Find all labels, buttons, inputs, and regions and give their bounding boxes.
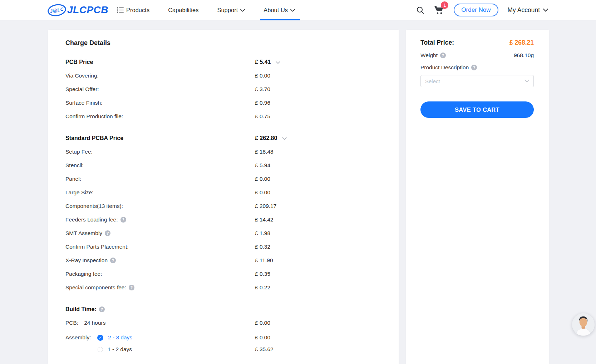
charge-row-label: Components(13 items): [65, 203, 123, 209]
nav-item-label: Products [126, 7, 149, 14]
chevron-down-icon [290, 9, 295, 12]
charge-row-special-offer: Special Offer:£ 3.70 [65, 83, 381, 96]
nav-item-products[interactable]: Products [117, 0, 149, 20]
charge-row-value: £ 0.00 [255, 176, 270, 182]
nav-item-label: Capabilities [168, 7, 198, 14]
radio-selected-icon[interactable]: ✓ [97, 335, 103, 341]
assembly-option-price: £ 0.00 [255, 334, 270, 341]
charge-row-feeders-loading-fee: Feeders Loading fee:?£ 14.42 [65, 213, 381, 226]
nav-item-support[interactable]: Support [217, 0, 245, 20]
charge-row-label: SMT Assembly [65, 230, 102, 236]
charge-details-title: Charge Details [65, 39, 381, 47]
jlc-logo-mark-icon: J@LC [47, 3, 67, 18]
assembly-option-row: Assembly:✓2 - 3 days£ 0.00 [65, 331, 381, 344]
order-summary-panel: Total Price: £ 268.21 Weight ? 968.10g P… [406, 30, 549, 364]
charge-row-large-size: Large Size:£ 0.00 [65, 186, 381, 199]
nav-item-label: About Us [263, 7, 288, 14]
chevron-down-icon [543, 9, 548, 12]
help-icon[interactable]: ? [120, 217, 126, 223]
list-icon [117, 7, 124, 13]
charge-row-setup-fee: Setup Fee:£ 18.48 [65, 145, 381, 159]
charge-row-panel: Panel:£ 0.00 [65, 172, 381, 186]
charge-row-confirm-parts-placement: Confirm Parts Placement:£ 0.32 [65, 240, 381, 254]
help-icon[interactable]: ? [440, 53, 446, 58]
my-account-label: My Account [508, 6, 540, 14]
pcb-build-time-price: £ 0.00 [255, 320, 270, 326]
charge-row-components-13-items: Components(13 items):£ 209.17 [65, 199, 381, 213]
save-to-cart-button[interactable]: SAVE TO CART [420, 101, 534, 118]
chevron-down-icon[interactable] [282, 137, 287, 140]
product-description-select[interactable]: Select [420, 75, 534, 87]
my-account-menu[interactable]: My Account [508, 6, 548, 14]
pcb-build-time-row: PCB: 24 hours £ 0.00 [65, 316, 381, 330]
weight-value: 968.10g [514, 52, 534, 59]
charge-row-value: £ 0.00 [255, 189, 270, 196]
assembly-option-label[interactable]: 1 - 2 days [108, 346, 132, 353]
charge-row-value: £ 5.94 [255, 162, 270, 169]
charge-row-label: Special Offer: [65, 86, 99, 93]
charge-row-value: £ 1.98 [255, 230, 270, 236]
charge-row-label: Via Covering: [65, 73, 99, 79]
support-agent-photo [572, 313, 595, 336]
select-placeholder: Select [425, 78, 440, 84]
nav-item-about-us[interactable]: About Us [263, 0, 295, 20]
charge-row-stencil: Stencil:£ 5.94 [65, 159, 381, 172]
assembly-option-label[interactable]: 2 - 3 days [108, 334, 132, 341]
charge-row-label: Stencil: [65, 162, 84, 169]
charge-row-label: Large Size: [65, 189, 93, 196]
build-time-label: Build Time: [65, 306, 97, 313]
pcb-build-time-value: 24 hours [84, 320, 105, 326]
build-time-header-row: Build Time: ? [65, 303, 381, 316]
help-icon[interactable]: ? [110, 258, 116, 263]
help-icon[interactable]: ? [471, 65, 477, 70]
charge-row-value: £ 0.22 [255, 284, 270, 291]
section-header-standard-pcba-price[interactable]: Standard PCBA Price£ 262.80 [65, 131, 381, 145]
chevron-down-icon[interactable] [276, 61, 280, 64]
section-header-pcb-price[interactable]: PCB Price£ 5.41 [65, 55, 381, 69]
charge-row-value: £ 0.75 [255, 113, 270, 120]
charge-row-value: £ 209.17 [255, 203, 276, 209]
help-icon[interactable]: ? [99, 306, 105, 312]
charge-row-surface-finish: Surface Finish:£ 0.96 [65, 96, 381, 110]
weight-label: Weight [420, 52, 438, 59]
charge-row-x-ray-inspection: X-Ray Inspection?£ 11.90 [65, 254, 381, 267]
logo-badge-text: J@LC [49, 6, 64, 14]
divider [65, 298, 381, 298]
chat-support-avatar[interactable] [572, 313, 595, 336]
assembly-option-price: £ 35.62 [255, 346, 274, 353]
total-price-label: Total Price: [420, 39, 454, 46]
charge-row-value: £ 11.90 [255, 257, 273, 264]
charge-row-confirm-production-file: Confirm Production file:£ 0.75 [65, 110, 381, 123]
charge-row-label: Panel: [65, 176, 81, 182]
chevron-down-icon [240, 9, 245, 12]
charge-row-value: £ 0.32 [255, 244, 270, 250]
jlcpcb-logo[interactable]: J@LC JLCPCB [48, 4, 108, 16]
section-title: Standard PCBA Price [65, 135, 123, 141]
cart-button[interactable]: 1 [434, 5, 444, 15]
product-description-row: Product Description ? [420, 64, 534, 71]
main-nav: ProductsCapabilitiesSupportAbout Us [117, 0, 314, 20]
charge-row-label: Confirm Production file: [65, 113, 123, 120]
pcb-build-time-label: PCB: [65, 320, 78, 326]
charge-row-label: Confirm Parts Placement: [65, 244, 129, 250]
product-description-label: Product Description [420, 64, 469, 71]
nav-item-capabilities[interactable]: Capabilities [168, 0, 198, 20]
assembly-build-time-options: Assembly:✓2 - 3 days£ 0.001 - 2 days£ 35… [65, 331, 381, 355]
charge-row-label: Surface Finish: [65, 100, 102, 106]
charge-row-label: X-Ray Inspection [65, 257, 108, 264]
charge-row-value: £ 18.48 [255, 149, 274, 155]
charge-row-label: Setup Fee: [65, 149, 93, 155]
order-now-button[interactable]: Order Now [454, 4, 498, 16]
logo-text: JLCPCB [67, 4, 108, 16]
charge-row-packaging-fee: Packaging fee:£ 0.35 [65, 267, 381, 281]
cart-count-badge: 1 [441, 1, 448, 9]
radio-unselected-icon[interactable] [98, 347, 103, 352]
help-icon[interactable]: ? [105, 230, 110, 236]
header-actions: 1 Order Now My Account [416, 4, 548, 16]
charge-row-value: £ 3.70 [255, 86, 270, 93]
charge-sections: PCB Price£ 5.41Via Covering:£ 0.00Specia… [65, 55, 381, 298]
help-icon[interactable]: ? [129, 285, 134, 290]
charge-details-panel: Charge Details PCB Price£ 5.41Via Coveri… [48, 30, 399, 364]
charge-row-label: Special components fee: [65, 284, 126, 291]
search-icon[interactable] [416, 6, 424, 14]
